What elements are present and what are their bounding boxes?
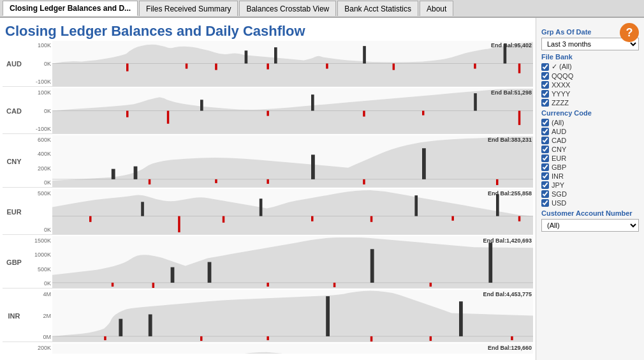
file-bank-label: File Bank (541, 53, 639, 61)
svg-rect-52 (267, 283, 268, 287)
y-axis-cad: 100K 0K -100K (26, 88, 52, 133)
currency-usd-checkbox[interactable] (541, 199, 549, 207)
currency-label-cad: CAD (3, 88, 26, 133)
chart-area: Closing Ledger Balances and Daily Cashfl… (0, 18, 536, 360)
tab-balances-crosstab[interactable]: Balances Crosstab View (239, 1, 336, 16)
chart-body-cny: End Bal:383,231 (52, 135, 533, 187)
svg-rect-46 (171, 267, 175, 283)
file-bank-qqqq-checkbox[interactable] (541, 72, 549, 80)
end-bal-last: End Bal:129,660 (488, 345, 532, 351)
currency-label-aud: AUD (3, 41, 26, 86)
currency-label-eur: EUR (3, 189, 26, 234)
file-bank-zzzz-checkbox[interactable] (541, 99, 549, 107)
svg-rect-32 (496, 179, 498, 185)
currency-all-checkbox[interactable] (541, 119, 549, 126)
svg-rect-50 (112, 283, 113, 287)
currency-all[interactable]: (All) (541, 119, 639, 126)
y-axis-eur: 500K 0K (26, 189, 52, 234)
currency-label-inr: INR (3, 290, 26, 341)
currency-eur[interactable]: EUR (541, 154, 639, 162)
file-bank-xxxx-checkbox[interactable] (541, 81, 549, 89)
chart-gbp: GBP 1500K 1000K 500K 0K End Bal:1,420,69… (3, 236, 533, 289)
currency-cny-checkbox[interactable] (541, 146, 549, 153)
svg-rect-35 (260, 199, 263, 216)
charts-container[interactable]: AUD 100K 0K -100K End Bal:95,402 (0, 41, 536, 354)
svg-rect-11 (474, 64, 476, 69)
svg-rect-49 (488, 243, 492, 283)
svg-rect-62 (267, 336, 268, 340)
svg-rect-18 (167, 111, 169, 124)
svg-rect-60 (104, 336, 106, 340)
chart-cny: CNY 600K 400K 200K 0K End Bal:383,231 (3, 135, 533, 188)
chart-last: 200K 100K End Bal:129,660 (3, 343, 533, 354)
file-bank-yyyy-checkbox[interactable] (541, 90, 549, 98)
currency-gbp[interactable]: GBP (541, 163, 639, 171)
svg-rect-47 (208, 262, 212, 283)
svg-rect-34 (141, 202, 144, 216)
chart-body-last: End Bal:129,660 (52, 343, 533, 354)
svg-rect-54 (430, 283, 432, 287)
svg-rect-14 (200, 100, 203, 110)
svg-rect-5 (126, 64, 128, 71)
currency-aud-checkbox[interactable] (541, 128, 549, 135)
svg-rect-25 (134, 167, 138, 179)
currency-eur-checkbox[interactable] (541, 154, 549, 162)
chart-cad: CAD 100K 0K -100K End Bal:51,298 (3, 88, 533, 134)
end-bal-gbp: End Bal:1,420,693 (483, 237, 532, 244)
svg-rect-48 (370, 249, 374, 283)
currency-code-label: Currency Code (541, 109, 639, 117)
tab-closing-ledger[interactable]: Closing Ledger Balances and D... (3, 1, 138, 16)
currency-usd[interactable]: USD (541, 199, 639, 207)
tab-about[interactable]: About (420, 1, 453, 16)
svg-rect-53 (333, 283, 335, 287)
currency-label-last (3, 343, 26, 354)
svg-rect-7 (215, 64, 217, 70)
file-bank-all-checkbox[interactable] (541, 63, 549, 71)
currency-inr[interactable]: INR (541, 172, 639, 180)
chart-body-eur: End Bal:255,858 (52, 189, 533, 234)
svg-rect-21 (422, 111, 424, 116)
y-axis-last: 200K 100K (26, 343, 52, 354)
svg-rect-10 (393, 64, 395, 70)
file-bank-zzzz[interactable]: ZZZZ (541, 99, 639, 107)
currency-cny[interactable]: CNY (541, 146, 639, 153)
currency-jpy[interactable]: JPY (541, 181, 639, 189)
currency-jpy-checkbox[interactable] (541, 181, 549, 189)
currency-cad-checkbox[interactable] (541, 137, 549, 144)
file-bank-yyyy[interactable]: YYYY (541, 90, 639, 98)
svg-rect-41 (311, 216, 313, 221)
customer-acct-dropdown[interactable]: (All) (541, 219, 639, 232)
svg-rect-20 (363, 111, 365, 117)
page-title: Closing Ledger Balances and Daily Cashfl… (0, 20, 536, 41)
svg-rect-42 (370, 216, 372, 222)
svg-rect-9 (326, 64, 328, 69)
file-bank-qqqq[interactable]: QQQQ (541, 72, 639, 80)
svg-rect-8 (267, 64, 268, 70)
chart-body-cad: End Bal:51,298 (52, 88, 533, 133)
end-bal-inr: End Bal:4,453,775 (483, 291, 532, 297)
currency-inr-checkbox[interactable] (541, 172, 549, 180)
currency-gbp-checkbox[interactable] (541, 163, 549, 171)
file-bank-xxxx[interactable]: XXXX (541, 81, 639, 89)
svg-rect-26 (311, 154, 315, 179)
currency-sgd[interactable]: SGD (541, 190, 639, 198)
currency-label-cny: CNY (3, 135, 26, 187)
currency-cad[interactable]: CAD (541, 137, 639, 144)
currency-aud[interactable]: AUD (541, 128, 639, 135)
help-button[interactable]: ? (620, 23, 639, 42)
svg-rect-40 (223, 216, 224, 223)
tab-bank-acct-stats[interactable]: Bank Acct Statistics (337, 1, 418, 16)
y-axis-aud: 100K 0K -100K (26, 41, 52, 86)
currency-sgd-checkbox[interactable] (541, 190, 549, 198)
chart-inr: INR 4M 2M 0M End Bal:4,453,775 (3, 290, 533, 342)
main-layout: Closing Ledger Balances and Daily Cashfl… (0, 18, 644, 360)
svg-rect-27 (422, 148, 426, 179)
end-bal-aud: End Bal:95,402 (491, 42, 532, 49)
file-bank-all[interactable]: ✓ (All) (541, 63, 639, 71)
currency-label-gbp: GBP (3, 236, 26, 288)
svg-rect-61 (200, 336, 202, 341)
svg-rect-28 (149, 179, 150, 184)
customer-acct-label: Customer Account Number (541, 209, 639, 217)
tab-files-received[interactable]: Files Received Summary (139, 1, 238, 16)
svg-rect-2 (274, 47, 277, 63)
